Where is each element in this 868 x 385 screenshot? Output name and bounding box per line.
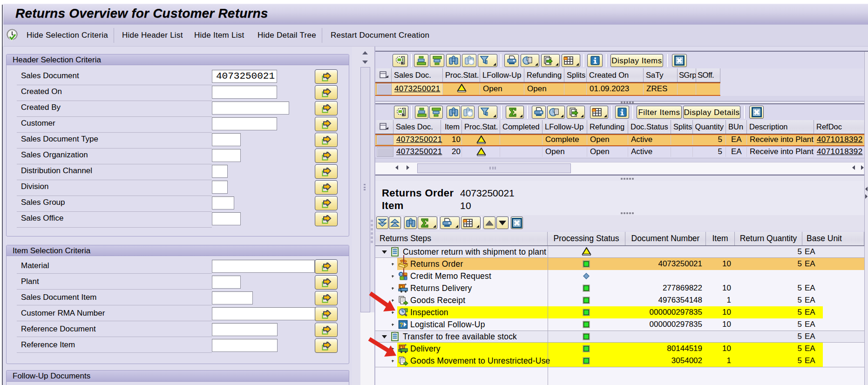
svg-text:?: ? — [400, 321, 403, 328]
svg-text:?: ? — [400, 272, 402, 277]
